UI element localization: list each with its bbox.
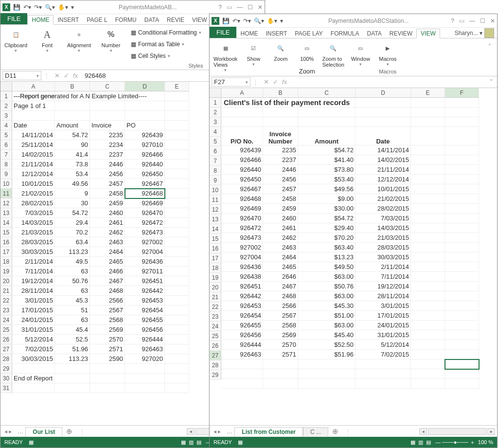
- cell[interactable]: 927020: [125, 354, 165, 364]
- cell[interactable]: 926468: [221, 194, 263, 204]
- row-header[interactable]: 3: [0, 111, 12, 121]
- cell[interactable]: [263, 117, 298, 127]
- cell[interactable]: [445, 155, 479, 165]
- cell[interactable]: 2566: [90, 296, 125, 305]
- row-header[interactable]: 16: [210, 244, 221, 253]
- cell[interactable]: 49.56: [55, 179, 90, 189]
- col-header[interactable]: C: [298, 88, 356, 98]
- row-header[interactable]: 21: [0, 286, 12, 296]
- cell[interactable]: [411, 252, 445, 262]
- cell[interactable]: 926440: [221, 165, 263, 175]
- cell[interactable]: 24/01/2015: [356, 321, 411, 330]
- zoom-value[interactable]: 100 %: [478, 439, 493, 445]
- cell[interactable]: $49.56: [298, 184, 356, 194]
- row-header[interactable]: 25: [210, 331, 221, 341]
- zoom-button[interactable]: 🔍Zoom: [269, 41, 292, 68]
- cell[interactable]: [445, 330, 479, 340]
- cell[interactable]: 926439: [125, 130, 165, 140]
- cell[interactable]: 63: [55, 315, 90, 325]
- row-header[interactable]: 25: [0, 325, 12, 335]
- row-header[interactable]: 11: [210, 195, 221, 205]
- user-account[interactable]: Sharyn... ▾: [455, 28, 497, 38]
- preview-icon[interactable]: 🔍▾: [254, 18, 264, 24]
- cell[interactable]: $41.40: [298, 155, 356, 165]
- cell[interactable]: 2464: [263, 252, 298, 262]
- cell[interactable]: [445, 243, 479, 252]
- expand-formula-bar-icon[interactable]: ˅: [488, 78, 495, 86]
- cell[interactable]: [165, 257, 189, 267]
- cell[interactable]: [165, 140, 189, 150]
- maximize-icon[interactable]: ☐: [248, 4, 253, 11]
- cell[interactable]: [445, 204, 479, 214]
- cell[interactable]: 2235: [90, 130, 125, 140]
- cell[interactable]: 926451: [221, 282, 263, 291]
- cell[interactable]: [356, 379, 411, 389]
- help-icon[interactable]: ?: [451, 18, 454, 24]
- preview-icon[interactable]: 🔍▾: [45, 4, 55, 11]
- row-header[interactable]: 24: [0, 315, 12, 325]
- cell[interactable]: 14/11/2014: [356, 145, 411, 155]
- cell[interactable]: 28/11/2014: [356, 291, 411, 301]
- row-header[interactable]: 9: [210, 176, 221, 185]
- cell[interactable]: [445, 359, 479, 369]
- cell[interactable]: $49.50: [298, 262, 356, 272]
- tab-review[interactable]: REVIEW: [386, 29, 416, 38]
- cell[interactable]: 2457: [90, 179, 125, 189]
- cell[interactable]: [445, 369, 479, 379]
- sheet-tab-inactive[interactable]: C ...: [303, 427, 328, 436]
- titlebar[interactable]: X 💾 ↶▾ ↷▾ 🔍▾ ✋▾ ▾ PaymentsMadetoAB... ? …: [0, 0, 265, 14]
- cell[interactable]: 63.4: [55, 237, 90, 247]
- row-header[interactable]: 10: [0, 179, 12, 189]
- row-header[interactable]: 23: [210, 312, 221, 322]
- cell[interactable]: 51: [55, 305, 90, 315]
- cell[interactable]: 926469: [125, 198, 165, 208]
- cell[interactable]: 19/12/2014: [356, 282, 411, 291]
- cell[interactable]: Invoice: [90, 121, 125, 130]
- col-header[interactable]: C: [90, 82, 125, 91]
- cell[interactable]: 90: [55, 140, 90, 150]
- cell[interactable]: PO: [125, 121, 165, 130]
- cell[interactable]: [125, 91, 165, 101]
- cell[interactable]: $63.00: [298, 291, 356, 301]
- cell[interactable]: 2462: [263, 233, 298, 243]
- cell[interactable]: [411, 369, 445, 379]
- tab-file[interactable]: FILE: [0, 13, 27, 24]
- tab-insert[interactable]: INSERT: [53, 16, 83, 24]
- cell[interactable]: 926439: [221, 145, 263, 155]
- col-header[interactable]: D: [125, 82, 165, 91]
- number-button[interactable]: %Number: [100, 28, 122, 53]
- cell[interactable]: [445, 127, 479, 145]
- cell[interactable]: 926469: [221, 204, 263, 214]
- cell[interactable]: 29.4: [55, 218, 90, 228]
- cell[interactable]: [411, 145, 445, 155]
- cell[interactable]: 926453: [221, 301, 263, 311]
- row-header[interactable]: 28: [210, 360, 221, 370]
- cell[interactable]: 10/01/2015: [12, 179, 55, 189]
- row-header[interactable]: 6: [0, 140, 12, 150]
- cell[interactable]: 2459: [263, 204, 298, 214]
- cell[interactable]: 2461: [263, 223, 298, 233]
- cell[interactable]: [411, 127, 445, 145]
- cell[interactable]: 28/02/2015: [356, 204, 411, 214]
- cell[interactable]: 926438: [221, 272, 263, 282]
- cell[interactable]: [221, 379, 263, 389]
- workbook-views-button[interactable]: ▦Workbook Views: [213, 41, 237, 72]
- cell[interactable]: 2567: [90, 305, 125, 315]
- ribbon-display-icon[interactable]: ▭: [459, 18, 464, 24]
- cell[interactable]: 926473: [221, 233, 263, 243]
- cell[interactable]: 113.23: [55, 354, 90, 364]
- cell[interactable]: 5/12/2014: [356, 340, 411, 350]
- cell[interactable]: $51.00: [298, 311, 356, 321]
- cell[interactable]: 2/11/2014: [12, 257, 55, 267]
- cell[interactable]: [165, 91, 189, 101]
- cell[interactable]: 2570: [90, 335, 125, 344]
- cell[interactable]: [165, 130, 189, 140]
- cell[interactable]: 2460: [90, 208, 125, 218]
- formula-input[interactable]: [292, 82, 486, 83]
- close-icon[interactable]: ✕: [490, 18, 495, 24]
- titlebar[interactable]: X 💾 ↶▾ ↷▾ 🔍▾ ✋▾ ▾ PaymentsMadetoABCStati…: [210, 14, 497, 28]
- cell[interactable]: 2237: [90, 150, 125, 160]
- save-icon[interactable]: 💾: [13, 4, 20, 11]
- cell[interactable]: 2571: [90, 344, 125, 354]
- cell[interactable]: 63: [55, 267, 90, 276]
